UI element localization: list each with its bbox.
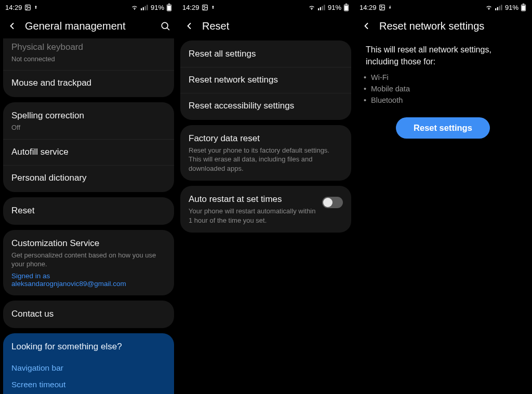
group-auto-restart: Auto restart at set times Your phone wil… bbox=[180, 186, 351, 233]
svg-line-10 bbox=[167, 28, 169, 30]
svg-rect-18 bbox=[344, 5, 348, 10]
wifi-icon bbox=[485, 4, 493, 11]
svg-point-21 bbox=[380, 6, 381, 7]
item-auto-restart[interactable]: Auto restart at set times Your phone wil… bbox=[180, 187, 351, 232]
label-autofill: Autofill service bbox=[11, 146, 166, 158]
link-navigation-bar[interactable]: Navigation bar bbox=[11, 360, 166, 376]
label-factory-reset: Factory data reset bbox=[189, 133, 343, 145]
screen-general-management: 14:29 91% General management bbox=[0, 0, 177, 394]
item-reset-network-settings[interactable]: Reset network settings bbox=[180, 67, 351, 93]
group-input-devices: Physical keyboard Not connected Mouse an… bbox=[3, 38, 174, 97]
wifi-icon bbox=[308, 4, 316, 11]
group-looking-for-something: Looking for something else? Navigation b… bbox=[3, 333, 174, 394]
svg-rect-19 bbox=[345, 4, 347, 5]
bullet-wifi: Wi-Fi bbox=[371, 72, 529, 83]
svg-rect-15 bbox=[322, 6, 323, 10]
label-looking-title: Looking for something else? bbox=[11, 341, 166, 353]
image-icon bbox=[379, 4, 385, 11]
reset-network-bullets: Wi-Fi Mobile data Bluetooth bbox=[356, 70, 529, 106]
sub-customization: Get personalized content based on how yo… bbox=[11, 251, 166, 269]
reset-network-description: This will reset all network settings, in… bbox=[356, 38, 529, 70]
back-button[interactable] bbox=[183, 20, 195, 32]
wifi-icon bbox=[130, 4, 139, 11]
bullet-bluetooth: Bluetooth bbox=[371, 94, 529, 106]
battery-text: 91% bbox=[151, 4, 164, 11]
label-personal-dictionary: Personal dictionary bbox=[11, 172, 166, 184]
sub-auto-restart: Your phone will restart automatically wi… bbox=[189, 207, 316, 225]
svg-rect-4 bbox=[144, 6, 145, 10]
battery-text: 91% bbox=[505, 4, 518, 11]
battery-icon bbox=[521, 4, 526, 11]
page-title: Reset network settings bbox=[379, 20, 525, 32]
group-reset: Reset bbox=[3, 197, 174, 225]
back-button[interactable] bbox=[361, 20, 372, 32]
label-auto-restart: Auto restart at set times bbox=[189, 194, 316, 206]
chevron-left-icon bbox=[361, 21, 371, 31]
page-header: Reset network settings bbox=[354, 13, 531, 38]
sub-factory-reset: Reset your phone to its factory default … bbox=[189, 146, 343, 173]
battery-icon bbox=[166, 4, 172, 11]
item-mouse-trackpad[interactable]: Mouse and trackpad bbox=[3, 70, 174, 96]
looking-links: Navigation bar Screen timeout Font size … bbox=[3, 360, 174, 394]
svg-rect-5 bbox=[147, 5, 148, 10]
toggle-auto-restart[interactable] bbox=[322, 197, 343, 208]
reset-settings-button[interactable]: Reset settings bbox=[396, 117, 490, 139]
svg-rect-22 bbox=[495, 8, 496, 10]
item-factory-data-reset[interactable]: Factory data reset Reset your phone to i… bbox=[180, 126, 351, 180]
status-bar: 14:29 91% bbox=[0, 0, 177, 13]
label-reset-all: Reset all settings bbox=[189, 48, 343, 60]
bullet-mobile-data: Mobile data bbox=[371, 83, 529, 94]
svg-point-1 bbox=[26, 6, 27, 7]
page-header: General management bbox=[0, 13, 177, 38]
svg-rect-24 bbox=[499, 6, 500, 10]
signal-icon bbox=[141, 4, 149, 11]
item-reset-accessibility-settings[interactable]: Reset accessibility settings bbox=[180, 93, 351, 119]
sub-physical-keyboard: Not connected bbox=[11, 55, 166, 64]
status-time: 14:29 bbox=[182, 4, 200, 11]
svg-rect-13 bbox=[318, 8, 319, 10]
item-customization-service[interactable]: Customization Service Get personalized c… bbox=[3, 231, 174, 294]
search-button[interactable] bbox=[159, 20, 171, 32]
link-screen-timeout[interactable]: Screen timeout bbox=[11, 376, 166, 393]
svg-rect-23 bbox=[497, 7, 498, 10]
group-customization: Customization Service Get personalized c… bbox=[3, 230, 174, 295]
svg-rect-28 bbox=[523, 4, 524, 5]
item-personal-dictionary[interactable]: Personal dictionary bbox=[3, 165, 174, 191]
group-text-input: Spelling correction Off Autofill service… bbox=[3, 102, 174, 192]
label-physical-keyboard: Physical keyboard bbox=[11, 42, 166, 53]
sub-spelling: Off bbox=[11, 123, 166, 132]
page-header: Reset bbox=[177, 13, 354, 38]
upload-icon bbox=[33, 4, 38, 11]
status-time: 14:29 bbox=[360, 4, 377, 11]
group-contact: Contact us bbox=[3, 301, 174, 328]
group-factory-reset: Factory data reset Reset your phone to i… bbox=[180, 125, 351, 181]
svg-rect-8 bbox=[168, 4, 170, 5]
item-physical-keyboard[interactable]: Physical keyboard Not connected bbox=[3, 39, 174, 70]
item-autofill[interactable]: Autofill service bbox=[3, 139, 174, 165]
chevron-left-icon bbox=[7, 21, 17, 31]
link-signed-in-as: Signed in as aleksandarognjanovic89@gmai… bbox=[11, 272, 166, 288]
svg-point-12 bbox=[203, 6, 204, 7]
page-title: Reset bbox=[202, 20, 348, 32]
image-icon bbox=[202, 4, 208, 11]
label-spelling: Spelling correction bbox=[11, 110, 166, 122]
status-bar: 14:29 91% bbox=[354, 0, 531, 13]
label-mouse-trackpad: Mouse and trackpad bbox=[11, 77, 166, 89]
item-reset[interactable]: Reset bbox=[3, 198, 174, 224]
label-reset-accessibility: Reset accessibility settings bbox=[189, 100, 343, 112]
screen-reset-network-settings: 14:29 91% Reset network settings This wi… bbox=[354, 0, 531, 394]
page-title: General management bbox=[25, 20, 152, 32]
group-reset-options: Reset all settings Reset network setting… bbox=[180, 40, 351, 120]
label-reset-network: Reset network settings bbox=[189, 74, 343, 86]
signal-icon bbox=[318, 4, 326, 11]
item-reset-all-settings[interactable]: Reset all settings bbox=[180, 42, 351, 67]
svg-rect-16 bbox=[324, 5, 325, 10]
back-button[interactable] bbox=[6, 20, 18, 32]
item-contact-us[interactable]: Contact us bbox=[3, 302, 174, 327]
looking-title-row: Looking for something else? bbox=[3, 334, 174, 360]
search-icon bbox=[160, 21, 170, 31]
label-reset: Reset bbox=[11, 205, 166, 217]
item-spelling-correction[interactable]: Spelling correction Off bbox=[3, 103, 174, 139]
status-time: 14:29 bbox=[5, 4, 22, 11]
chevron-left-icon bbox=[184, 21, 194, 31]
